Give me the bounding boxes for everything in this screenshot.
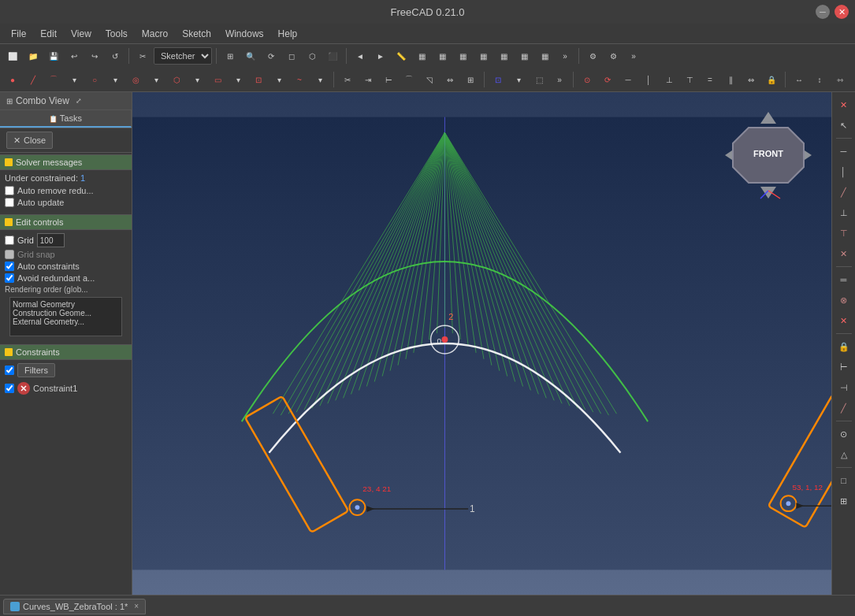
tb-zoom-in[interactable]: 🔍 (241, 46, 260, 65)
minimize-button[interactable]: ─ (816, 5, 830, 19)
constraint-1-checkbox[interactable] (5, 384, 14, 393)
sk-circle-more[interactable]: ▾ (106, 70, 125, 89)
grid-checkbox[interactable] (5, 236, 14, 245)
tb-nav-right[interactable]: ► (371, 46, 390, 65)
menu-view[interactable]: View (65, 26, 98, 42)
sk-poly-more[interactable]: ▾ (188, 70, 206, 89)
sk-con-fix-h[interactable]: ↔ (790, 70, 809, 89)
tb-nav-left[interactable]: ◄ (351, 46, 370, 65)
menu-sketch[interactable]: Sketch (176, 26, 217, 42)
sk-line[interactable]: ╱ (24, 70, 43, 89)
sk-slot[interactable]: ⊡ (249, 70, 268, 89)
sk-con-dist[interactable]: ⇿ (831, 70, 849, 89)
sk-point[interactable]: ● (3, 70, 22, 89)
avoid-redundant-checkbox[interactable] (5, 273, 14, 283)
tb-view3[interactable]: ▦ (412, 46, 431, 65)
sk-slot-more[interactable]: ▾ (270, 70, 288, 89)
sk-rect[interactable]: ▭ (208, 70, 227, 89)
tb-view9[interactable]: ▦ (535, 46, 554, 65)
sk-sketch-more[interactable]: » (550, 70, 569, 89)
close-button[interactable]: ✕ Close (6, 132, 53, 149)
viewport-tab[interactable]: Curves_WB_ZebraTool : 1* × (3, 599, 146, 614)
tb-undo[interactable]: ↩ (65, 46, 84, 65)
sk-chamfer[interactable]: ◹ (420, 70, 439, 89)
sk-con-vert[interactable]: │ (639, 70, 658, 89)
rt-h-dist[interactable]: ⊢ (835, 358, 853, 377)
sk-arc[interactable]: ⌒ (44, 70, 63, 89)
sk-con-coincident[interactable]: ⊙ (578, 70, 597, 89)
tb-view8[interactable]: ▦ (515, 46, 533, 65)
tb-sync[interactable]: ⟳ (262, 46, 281, 65)
rt-diag[interactable]: ╱ (835, 183, 853, 202)
tb-view-box[interactable]: ◻ (282, 46, 301, 65)
close-button[interactable]: ✕ (835, 5, 849, 19)
filters-checkbox[interactable] (5, 366, 14, 375)
tb-sketcher-2[interactable]: ⚙ (604, 46, 623, 65)
under-constrained-link[interactable]: 1 (80, 173, 85, 183)
sk-extend[interactable]: ⇥ (359, 70, 377, 89)
sk-con-fix-v[interactable]: ↕ (810, 70, 829, 89)
tb-zoom-fit[interactable]: ⊞ (221, 46, 240, 65)
rt-triangle[interactable]: △ (835, 445, 853, 464)
rt-lock[interactable]: 🔒 (835, 337, 853, 356)
sk-mirror[interactable]: ⇔ (441, 70, 459, 89)
sk-ellipse[interactable]: ◎ (126, 70, 145, 89)
tb-open[interactable]: 📁 (24, 46, 43, 65)
auto-remove-checkbox[interactable] (5, 186, 14, 195)
auto-update-checkbox[interactable] (5, 198, 14, 207)
rt-equal[interactable]: ✕ (835, 244, 853, 263)
rt-tangent[interactable]: ⊤ (835, 224, 853, 243)
nav-cube[interactable]: FRONT (721, 108, 816, 202)
sk-con-tangent[interactable]: ⊤ (680, 70, 699, 89)
sk-bspline-more[interactable]: ▾ (310, 70, 329, 89)
rt-horiz[interactable]: ─ (835, 142, 853, 161)
sk-ext-edge[interactable]: ⊡ (489, 70, 507, 89)
tb-sketcher-more[interactable]: » (624, 46, 643, 65)
sk-con-block[interactable]: 🔒 (762, 70, 781, 89)
sk-carbon-copy[interactable]: ⬚ (530, 70, 548, 89)
viewport[interactable]: 2 0 23, 4 21 53, 1, 12 1 1 (132, 92, 831, 595)
sk-trim[interactable]: ✂ (338, 70, 357, 89)
tb-cut[interactable]: ✂ (133, 46, 152, 65)
rt-circle[interactable]: ⊙ (835, 425, 853, 443)
rt-close[interactable]: ✕ (835, 95, 853, 114)
tb-measure[interactable]: 📏 (392, 46, 411, 65)
grid-value-input[interactable] (37, 233, 65, 247)
tb-view-iso[interactable]: ⬡ (303, 46, 322, 65)
tb-new[interactable]: ⬜ (3, 46, 22, 65)
sk-con-angle[interactable]: ∠ (851, 70, 855, 89)
sk-con-equal[interactable]: = (701, 70, 719, 89)
rt-perp[interactable]: ⊥ (835, 203, 853, 222)
grid-snap-checkbox[interactable] (5, 250, 14, 259)
sk-con-reorient[interactable]: ⟳ (598, 70, 617, 89)
rt-v-dist[interactable]: ⊣ (835, 378, 853, 397)
rt-arrow[interactable]: ↖ (835, 116, 853, 135)
workbench-selector[interactable]: Sketcher (154, 47, 212, 65)
tb-view4[interactable]: ▦ (433, 46, 452, 65)
sk-split[interactable]: ⊢ (379, 70, 398, 89)
tb-view5[interactable]: ▦ (453, 46, 472, 65)
tb-redo[interactable]: ↪ (85, 46, 104, 65)
sk-ellipse-more[interactable]: ▾ (147, 70, 165, 89)
rt-square[interactable]: □ (835, 471, 853, 490)
rt-x[interactable]: ✕ (835, 311, 853, 330)
menu-edit[interactable]: Edit (34, 26, 63, 42)
tab-tasks[interactable]: 📋 Tasks (0, 110, 132, 128)
sk-fillet[interactable]: ⌒ (400, 70, 418, 89)
tb-view6[interactable]: ▦ (474, 46, 493, 65)
sk-arc-more[interactable]: ▾ (65, 70, 84, 89)
sk-rect-more[interactable]: ▾ (229, 70, 247, 89)
rt-grid[interactable]: ⊞ (835, 492, 853, 510)
filters-button[interactable]: Filters (17, 363, 55, 377)
rt-radius[interactable]: ╱ (835, 399, 853, 417)
sk-con-colinear[interactable]: ─ (619, 70, 638, 89)
sk-con-perp[interactable]: ⊥ (660, 70, 678, 89)
sk-con-parallel[interactable]: ∥ (721, 70, 740, 89)
tab-close-button[interactable]: × (134, 602, 139, 610)
tb-refresh[interactable]: ↺ (106, 46, 125, 65)
menu-help[interactable]: Help (272, 26, 304, 42)
auto-constraints-checkbox[interactable] (5, 262, 14, 271)
rt-block[interactable]: ⊗ (835, 291, 853, 310)
tb-view7[interactable]: ▦ (494, 46, 513, 65)
menu-file[interactable]: File (5, 26, 32, 42)
